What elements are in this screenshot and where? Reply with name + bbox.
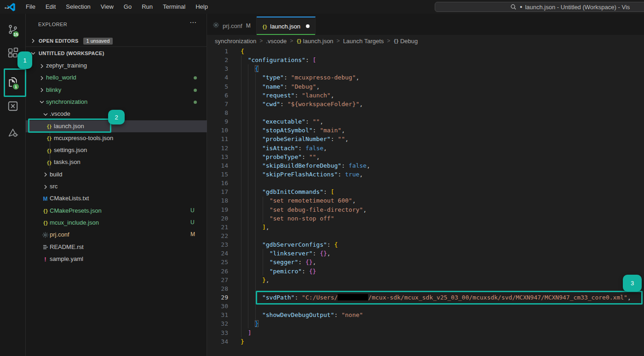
code-line-10[interactable]: 10 "stopAtSymbol": "main", xyxy=(207,126,644,135)
breadcrumb-synchronization[interactable]: synchronization xyxy=(215,38,256,45)
command-center-search[interactable]: ● launch.json - Untitled (Workspace) - V… xyxy=(435,2,644,12)
code-line-19[interactable]: 19 "set debug-file-directory", xyxy=(207,205,644,214)
line-number[interactable]: 26 xyxy=(207,267,228,276)
code-line-23[interactable]: 23 "gdbServerConfigs": { xyxy=(207,240,644,249)
more-actions-icon[interactable]: ⋯ xyxy=(190,18,197,27)
menu-run[interactable]: Run xyxy=(137,0,158,14)
code-line-8[interactable]: 8 xyxy=(207,108,644,117)
line-number[interactable]: 18 xyxy=(207,196,228,205)
menu-view[interactable]: View xyxy=(96,0,119,14)
line-number[interactable]: 12 xyxy=(207,144,228,153)
tab-launch-json[interactable]: {}launch.json xyxy=(257,17,316,35)
line-number[interactable]: 22 xyxy=(207,232,228,240)
menu-terminal[interactable]: Terminal xyxy=(158,0,190,14)
line-number[interactable]: 31 xyxy=(207,311,228,319)
line-number[interactable]: 23 xyxy=(207,240,228,249)
code-line-16[interactable]: 16 xyxy=(207,179,644,187)
code-line-5[interactable]: 5 "name": "Debug", xyxy=(207,82,644,91)
line-number[interactable]: 16 xyxy=(207,179,228,187)
breadcrumb--vscode[interactable]: .vscode xyxy=(266,38,287,45)
code-line-11[interactable]: 11 "probeSerialNumber": "", xyxy=(207,135,644,143)
code-line-17[interactable]: 17 "gdbInitCommands": [ xyxy=(207,187,644,196)
line-number[interactable]: 27 xyxy=(207,276,228,284)
tree-item-zephyr-training[interactable]: zephyr_training xyxy=(26,60,207,72)
code-line-34[interactable]: 34} xyxy=(207,337,644,346)
code-line-21[interactable]: 21 ], xyxy=(207,223,644,232)
code-line-4[interactable]: 4 "type": "mcuxpresso-debug", xyxy=(207,73,644,82)
tree-item-hello-world[interactable]: hello_world xyxy=(26,72,207,84)
code-line-33[interactable]: 33 ] xyxy=(207,328,644,337)
line-number[interactable]: 3 xyxy=(207,64,228,73)
line-number[interactable]: 13 xyxy=(207,153,228,161)
line-number[interactable]: 9 xyxy=(207,117,228,126)
tree-item-tasks-json[interactable]: {}tasks.json xyxy=(26,156,207,168)
open-editors-section[interactable]: OPEN EDITORS 1 unsaved xyxy=(26,35,207,47)
code-line-25[interactable]: 25 "segger": {}, xyxy=(207,258,644,266)
line-number[interactable]: 8 xyxy=(207,108,228,117)
line-number[interactable]: 4 xyxy=(207,73,228,82)
tree-item-prj-conf[interactable]: prj.confM xyxy=(26,229,207,241)
tree-item-cmakelists-txt[interactable]: MCMakeLists.txt xyxy=(26,192,207,204)
line-number[interactable]: 29 xyxy=(207,293,228,302)
line-number[interactable]: 32 xyxy=(207,319,228,328)
workspace-section-header[interactable]: UNTITLED (WORKSPACE) xyxy=(26,47,207,59)
line-number[interactable]: 30 xyxy=(207,302,228,311)
code-line-15[interactable]: 15 "skipPreFlashActions": true, xyxy=(207,170,644,179)
code-line-24[interactable]: 24 "linkserver": {}, xyxy=(207,249,644,258)
breadcrumb-debug[interactable]: {}Debug xyxy=(393,38,418,45)
line-number[interactable]: 7 xyxy=(207,100,228,108)
mcux-tools-activity-item[interactable] xyxy=(0,123,25,145)
code-line-2[interactable]: 2 "configurations": [ xyxy=(207,56,644,64)
tree-item-settings-json[interactable]: {}settings.json xyxy=(26,144,207,156)
line-number[interactable]: 34 xyxy=(207,337,228,346)
code-line-6[interactable]: 6 "request": "launch", xyxy=(207,91,644,100)
breadcrumb-launch-targets[interactable]: Launch Targets xyxy=(343,38,384,45)
code-line-20[interactable]: 20 "set non-stop off" xyxy=(207,214,644,223)
code-line-14[interactable]: 14 "skipBuildBeforeDebug": false, xyxy=(207,161,644,170)
line-number[interactable]: 10 xyxy=(207,126,228,135)
line-number[interactable]: 19 xyxy=(207,205,228,214)
line-number[interactable]: 21 xyxy=(207,223,228,232)
code-line-22[interactable]: 22 xyxy=(207,232,644,240)
source-control-activity-item[interactable]: 15 xyxy=(0,19,25,41)
code-line-7[interactable]: 7 "cwd": "${workspaceFolder}", xyxy=(207,100,644,108)
tree-item-src[interactable]: src xyxy=(26,181,207,192)
line-number[interactable]: 33 xyxy=(207,328,228,337)
line-number[interactable]: 15 xyxy=(207,170,228,179)
code-line-31[interactable]: 31 "showDevDebugOutput": "none" xyxy=(207,311,644,319)
line-number[interactable]: 20 xyxy=(207,214,228,223)
code-line-9[interactable]: 9 "executable": "", xyxy=(207,117,644,126)
code-line-18[interactable]: 18 "set remotetimeout 600", xyxy=(207,196,644,205)
code-line-3[interactable]: 3 { xyxy=(207,64,644,73)
code-line-13[interactable]: 13 "probeType": "", xyxy=(207,153,644,161)
tree-item-sample-yaml[interactable]: !sample.yaml xyxy=(26,253,207,265)
tree-item-mcuxpresso-tools-json[interactable]: {}mcuxpresso-tools.json xyxy=(26,132,207,144)
tree-item-blinky[interactable]: blinky xyxy=(26,84,207,96)
line-number[interactable]: 28 xyxy=(207,284,228,293)
line-number[interactable]: 24 xyxy=(207,249,228,258)
tree-item-synchronization[interactable]: synchronization xyxy=(26,96,207,108)
line-number[interactable]: 17 xyxy=(207,187,228,196)
forward-arrow-icon[interactable]: → xyxy=(0,0,14,14)
tree-item-cmakepresets-json[interactable]: {}CMakePresets.jsonU xyxy=(26,205,207,217)
tree-item-mcux-include-json[interactable]: {}mcux_include.jsonU xyxy=(26,217,207,229)
tree-item-build[interactable]: build xyxy=(26,169,207,181)
tree-item-readme-rst[interactable]: README.rst xyxy=(26,241,207,253)
menu-help[interactable]: Help xyxy=(190,0,213,14)
line-number[interactable]: 2 xyxy=(207,56,228,64)
breadcrumb-launch-json[interactable]: {}launch.json xyxy=(296,38,333,45)
x-box-activity-item[interactable] xyxy=(0,96,25,118)
menu-file[interactable]: File xyxy=(21,0,40,14)
code-line-27[interactable]: 27 }, xyxy=(207,276,644,284)
line-number[interactable]: 14 xyxy=(207,161,228,170)
code-line-1[interactable]: 1{ xyxy=(207,47,644,56)
line-number[interactable]: 1 xyxy=(207,47,228,56)
line-number[interactable]: 11 xyxy=(207,135,228,143)
code-line-26[interactable]: 26 "pemicro": {} xyxy=(207,267,644,276)
line-number[interactable]: 6 xyxy=(207,91,228,100)
menu-selection[interactable]: Selection xyxy=(61,0,95,14)
line-number[interactable]: 5 xyxy=(207,82,228,91)
code-line-12[interactable]: 12 "isAttach": false, xyxy=(207,144,644,153)
menu-edit[interactable]: Edit xyxy=(40,0,61,14)
code-line-32[interactable]: 32 } xyxy=(207,319,644,328)
